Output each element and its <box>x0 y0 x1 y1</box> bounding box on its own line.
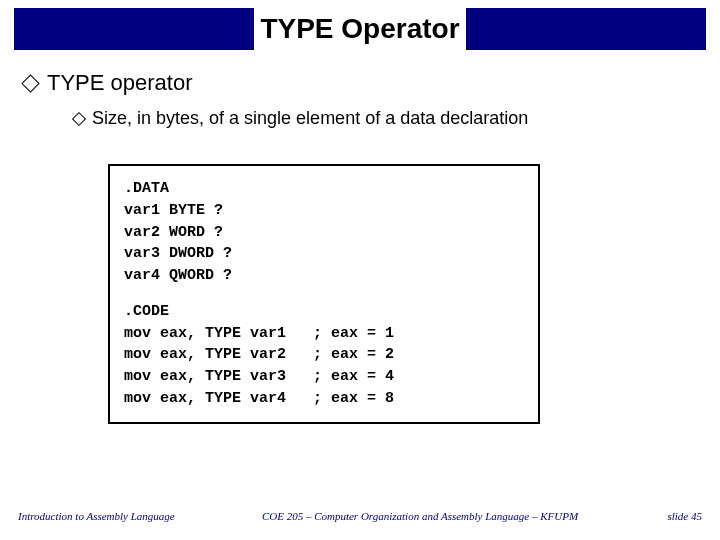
diamond-bullet-icon <box>21 74 39 92</box>
sub-bullet-text: Size, in bytes, of a single element of a… <box>92 108 528 129</box>
footer: Introduction to Assembly Language COE 20… <box>18 510 702 522</box>
bullet-text: TYPE operator <box>47 70 193 96</box>
footer-middle: COE 205 – Computer Organization and Asse… <box>198 510 642 522</box>
footer-left: Introduction to Assembly Language <box>18 510 198 522</box>
code-code-section: .CODE mov eax, TYPE var1 ; eax = 1 mov e… <box>124 301 524 410</box>
footer-right: slide 45 <box>642 510 702 522</box>
title-bar: TYPE Operator <box>14 8 706 50</box>
bullet-row: TYPE operator <box>24 70 193 96</box>
code-data-section: .DATA var1 BYTE ? var2 WORD ? var3 DWORD… <box>124 178 524 287</box>
diamond-bullet-icon <box>72 111 86 125</box>
sub-bullet-row: Size, in bytes, of a single element of a… <box>74 108 528 129</box>
slide: TYPE Operator TYPE operator Size, in byt… <box>0 0 720 540</box>
code-box: .DATA var1 BYTE ? var2 WORD ? var3 DWORD… <box>108 164 540 424</box>
slide-title: TYPE Operator <box>254 8 465 50</box>
